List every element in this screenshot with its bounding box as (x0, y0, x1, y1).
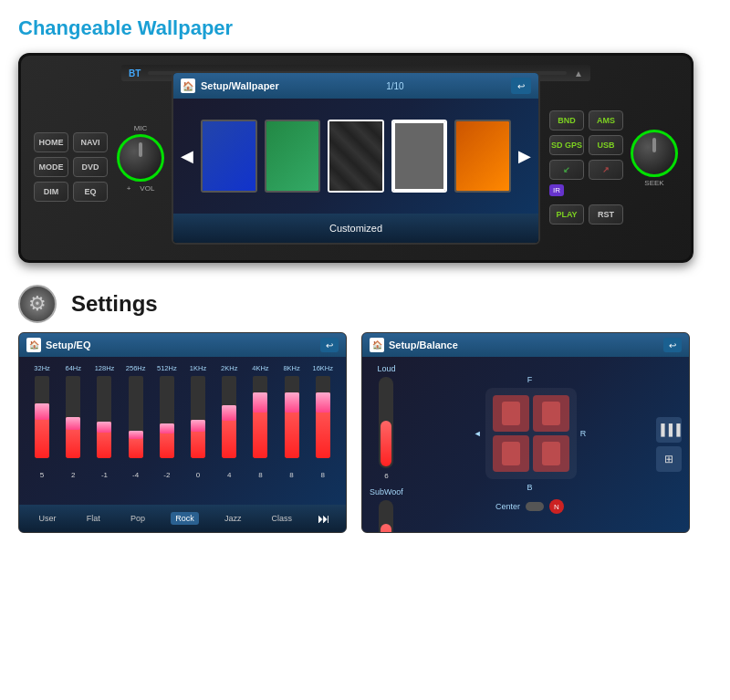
seat-rr (533, 435, 569, 472)
eq-bar-1[interactable] (63, 376, 83, 467)
btn-rst[interactable]: RST (589, 204, 623, 225)
left-buttons: HOME NAVI MODE DVD DIM EQ (34, 132, 108, 202)
home-icon-small: 🏠 (181, 78, 195, 93)
eq-bar-7[interactable] (250, 376, 270, 467)
eq-freq-1: 64Hz (60, 364, 86, 372)
prev-arrow[interactable]: ◀ (181, 146, 193, 166)
eq-value-4: -2 (154, 471, 180, 479)
balance-back-btn[interactable]: ↩ (663, 338, 682, 352)
btn-row-1: HOME NAVI (34, 132, 108, 152)
btn-home[interactable]: HOME (34, 132, 68, 152)
wp-thumb-dark[interactable] (328, 120, 384, 193)
settings-icon (18, 285, 57, 323)
eq-bar-8[interactable] (282, 376, 302, 467)
btn-play[interactable]: PLAY (549, 204, 584, 225)
btn-dim[interactable]: DIM (34, 182, 68, 202)
right-knob[interactable] (631, 130, 678, 177)
eq-freq-7: 4KHz (247, 364, 273, 372)
btn-row-3: DIM EQ (34, 182, 108, 202)
ir-badge: IR (549, 184, 564, 196)
eq-home-icon: 🏠 (26, 338, 41, 352)
eq-panel: 🏠 Setup/EQ ↩ 32Hz 64Hz 128Hz 256Hz 512Hz… (18, 332, 347, 533)
btn-sdgps[interactable]: SD GPS (549, 135, 584, 155)
seat-grid (485, 388, 577, 479)
eq-bar-3[interactable] (126, 376, 146, 467)
grid-icon-btn[interactable]: ⊞ (656, 446, 682, 472)
eq-title: Setup/EQ (46, 340, 91, 350)
eq-freq-5: 1KHz (185, 364, 211, 372)
preset-next-icon[interactable]: ⏭ (318, 511, 330, 526)
l-label: ◄ (474, 429, 482, 438)
btn-ams[interactable]: AMS (589, 110, 623, 131)
eq-freq-6: 2KHz (216, 364, 242, 372)
screen-title: Setup/Wallpaper (201, 80, 279, 91)
wp-thumb-selected[interactable] (391, 120, 448, 193)
f-label: F (527, 375, 533, 384)
eq-freq-3: 256Hz (123, 364, 149, 372)
preset-user[interactable]: User (35, 512, 61, 525)
btn-phone-down[interactable]: ↙ (549, 160, 584, 180)
btn-phone-up[interactable]: ↗ (589, 160, 623, 180)
btn-mode[interactable]: MODE (34, 157, 68, 177)
subwoof-slider[interactable] (379, 500, 393, 533)
subwoof-label: SubWoof (370, 487, 403, 496)
balance-panel-header: 🏠 Setup/Balance ↩ (362, 333, 689, 357)
ir-play-row: IR (549, 184, 564, 196)
eq-bar-4[interactable] (157, 376, 177, 467)
loud-slider[interactable] (379, 377, 393, 468)
balance-panel: 🏠 Setup/Balance ↩ Loud 6 SubWo (361, 332, 690, 533)
wp-thumb-green[interactable] (265, 120, 321, 193)
next-arrow[interactable]: ▶ (518, 146, 531, 166)
preset-jazz[interactable]: Jazz (220, 512, 246, 525)
eq-bar-6[interactable] (219, 376, 239, 467)
btn-dvd[interactable]: DVD (73, 157, 108, 177)
eq-back-btn[interactable]: ↩ (320, 338, 339, 352)
btn-eq[interactable]: EQ (73, 182, 108, 202)
seek-label: SEEK (644, 179, 663, 187)
wp-thumb-orange[interactable] (454, 120, 511, 193)
vol-label: VOL (140, 184, 154, 193)
r-label: R (580, 429, 587, 438)
btn-bnd[interactable]: BND (549, 110, 584, 131)
back-btn[interactable]: ↩ (511, 78, 531, 94)
center-indicator (526, 502, 544, 511)
balance-center: F ◄ R B Center (411, 364, 649, 525)
settings-section: Settings (18, 285, 712, 323)
preset-rock[interactable]: Rock (171, 512, 199, 525)
right-btn-row-4: IR (549, 184, 623, 200)
eq-value-8: 8 (279, 471, 305, 479)
vol-knob[interactable] (117, 134, 164, 182)
page-counter: 1/10 (386, 81, 403, 91)
wp-thumb-blue[interactable] (201, 120, 257, 193)
btn-row-2: MODE DVD (34, 157, 108, 177)
eq-bar-5[interactable] (188, 376, 208, 467)
right-btn-row-5: PLAY RST (549, 204, 623, 225)
preset-flat[interactable]: Flat (82, 512, 105, 525)
screen-header: 🏠 Setup/Wallpaper 1/10 ↩ (173, 73, 538, 99)
eq-freq-9: 16KHz (310, 364, 336, 372)
btn-usb[interactable]: USB (589, 135, 623, 155)
balance-home-icon: 🏠 (370, 338, 384, 352)
eq-value-3: -4 (123, 471, 149, 479)
eq-value-0: 5 (29, 471, 55, 479)
btn-navi[interactable]: NAVI (73, 132, 108, 152)
eq-presets: User Flat Pop Rock Jazz Class ⏭ (19, 505, 346, 532)
knob-label: + VOL (127, 184, 155, 193)
eq-value-row: 52-1-4-204888 (26, 471, 339, 479)
screen-body: ◀ ▶ (173, 99, 538, 214)
eq-bar-2[interactable] (94, 376, 114, 467)
eq-value-9: 8 (310, 471, 336, 479)
b-label: B (527, 483, 532, 492)
preset-class[interactable]: Class (267, 512, 297, 525)
mic-label: MIC (134, 124, 148, 132)
bt-label: BT (129, 68, 141, 78)
right-knob-area: SEEK (631, 130, 678, 187)
eq-freq-4: 512Hz (154, 364, 180, 372)
eq-header-left: 🏠 Setup/EQ (26, 338, 91, 352)
eq-bar-9[interactable] (313, 376, 333, 467)
eq-bar-0[interactable] (32, 376, 52, 467)
preset-pop[interactable]: Pop (126, 512, 150, 525)
eq-value-7: 8 (247, 471, 273, 479)
bar-chart-icon-btn[interactable]: ▐▐▐ (656, 417, 682, 443)
right-buttons: BND AMS SD GPS USB ↙ ↗ IR PLAY RST (549, 110, 623, 225)
